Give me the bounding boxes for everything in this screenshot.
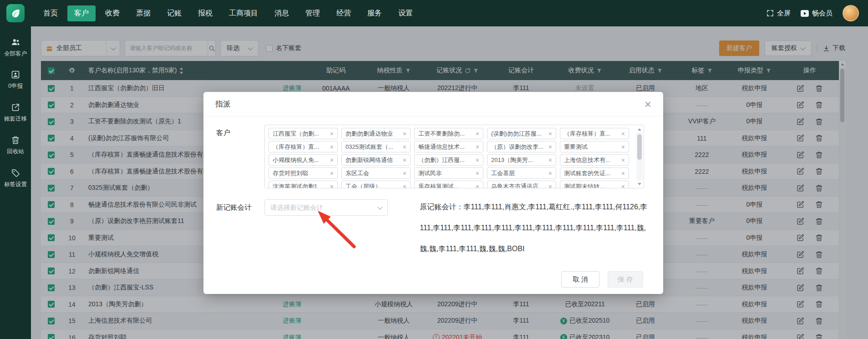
app-logo[interactable] <box>0 0 31 26</box>
customer-tag-label: 畅捷通信息技术... <box>418 143 465 151</box>
remove-tag-icon[interactable]: × <box>476 170 479 177</box>
customer-tag: 测试期末结转...× <box>560 181 629 188</box>
customer-field-label: 客户 <box>216 125 264 188</box>
top-navbar: 首页客户收费票据记账报税工商项目消息管理经营服务设置 全屏 畅会员 <box>0 0 868 26</box>
remove-tag-icon[interactable]: × <box>403 143 406 151</box>
customer-tag: （库存核算）直...× <box>560 128 629 139</box>
customer-tag: 0325测试账套（...× <box>341 141 411 152</box>
customer-tag: 测试民非× <box>414 167 483 179</box>
remove-tag-icon[interactable]: × <box>621 183 625 189</box>
customer-tag: 工会（层级）× <box>341 181 411 188</box>
sidebar-item-label: 0申报 <box>8 82 23 90</box>
nav-item-10[interactable]: 经营 <box>330 5 358 21</box>
remove-tag-icon[interactable]: × <box>403 130 406 137</box>
customer-tag-label: 重要测试 <box>564 143 588 151</box>
remove-tag-icon[interactable]: × <box>476 130 479 137</box>
remove-tag-icon[interactable]: × <box>621 143 625 151</box>
cancel-button[interactable]: 取 消 <box>561 271 599 288</box>
customer-multiselect[interactable]: 江西服宝（勿删...×勿删勿删通达物业×工资不要删除勿...×(误删)勿勿江苏服… <box>264 125 644 188</box>
chevron-down-icon <box>378 204 383 209</box>
remove-tag-icon[interactable]: × <box>330 170 334 177</box>
customer-tag: 小规模纳税人免...× <box>269 154 338 166</box>
customer-tag-label: （库存核算）直... <box>273 143 319 151</box>
remove-tag-icon[interactable]: × <box>403 157 406 164</box>
remove-tag-icon[interactable]: × <box>548 170 552 177</box>
nav-item-5[interactable]: 记账 <box>160 5 188 21</box>
customer-tag: 东区工会× <box>341 167 411 179</box>
remove-tag-icon[interactable]: × <box>548 130 552 137</box>
nav-item-4[interactable]: 票据 <box>129 5 157 21</box>
remove-tag-icon[interactable]: × <box>621 157 625 164</box>
customer-tag: 上海信息技术有...× <box>560 154 629 166</box>
leaf-logo-icon <box>10 8 21 19</box>
customer-tag: 乌鲁木齐市通讯店× <box>487 181 556 188</box>
remove-tag-icon[interactable]: × <box>621 170 625 177</box>
customer-tag-label: （勿删）江西服... <box>418 156 465 164</box>
customer-tag: （勿删）江西服...× <box>414 154 483 166</box>
migrate-icon <box>11 103 20 112</box>
close-icon[interactable]: × <box>645 98 651 110</box>
dialog-title: 指派 <box>215 99 231 109</box>
customer-tag: 工资不要删除勿...× <box>414 128 483 139</box>
customer-tag-label: 2013（陶美芳... <box>491 156 533 164</box>
customer-tag-label: 勿删勿删通达物业 <box>345 130 393 138</box>
member-label: 畅会员 <box>812 9 832 18</box>
remove-tag-icon[interactable]: × <box>330 157 334 164</box>
remove-tag-icon[interactable]: × <box>330 130 334 137</box>
remove-tag-icon[interactable]: × <box>403 183 406 189</box>
customer-tag: 2013（陶美芳...× <box>487 154 556 166</box>
customer-tag-label: 工会基层 <box>491 169 515 177</box>
tagbox-scrollbar[interactable] <box>636 126 643 187</box>
customer-tag: 测试账套的凭证...× <box>560 167 629 179</box>
scroll-down-icon[interactable] <box>636 181 643 187</box>
remove-tag-icon[interactable]: × <box>330 143 334 151</box>
play-member-icon <box>801 10 809 17</box>
tag-settings-icon <box>11 168 20 177</box>
remove-tag-icon[interactable]: × <box>330 183 334 189</box>
sidebar-item-4[interactable]: 回收站 <box>0 129 31 162</box>
nav-item-1[interactable]: 首页 <box>36 5 65 21</box>
customer-tag-label: 测试民非 <box>418 169 442 177</box>
nav-item-3[interactable]: 收费 <box>98 5 127 21</box>
customer-tag: 重要测试× <box>560 141 629 152</box>
scrollbar-thumb[interactable] <box>637 134 642 160</box>
customer-tag-label: 小规模纳税人免... <box>273 156 319 164</box>
nav-item-2[interactable]: 客户 <box>67 5 96 21</box>
customer-tag-label: 存货对照刘聪 <box>273 169 308 177</box>
customer-tag: 库存核算测试...× <box>414 181 483 188</box>
remove-tag-icon[interactable]: × <box>548 157 552 164</box>
remove-tag-icon[interactable]: × <box>476 143 479 151</box>
fullscreen-button[interactable]: 全屏 <box>766 9 791 18</box>
nav-item-8[interactable]: 消息 <box>268 5 296 21</box>
sidebar-item-label: 全部客户 <box>4 50 27 58</box>
customer-tag: 存货对照刘聪× <box>269 167 338 179</box>
nav-item-7[interactable]: 工商项目 <box>222 5 265 21</box>
remove-tag-icon[interactable]: × <box>403 170 406 177</box>
remove-tag-icon[interactable]: × <box>476 157 479 164</box>
member-button[interactable]: 畅会员 <box>801 9 832 18</box>
sidebar-item-2[interactable]: 0申报 <box>0 64 31 96</box>
customer-tag-label: 上海信息技术有... <box>564 156 610 164</box>
sidebar-item-label: 回收站 <box>7 148 24 156</box>
customer-tag-label: 江西服宝（勿删... <box>273 130 319 138</box>
customer-tag-label: 库存核算测试... <box>418 182 459 189</box>
remove-tag-icon[interactable]: × <box>476 183 479 189</box>
remove-tag-icon[interactable]: × <box>621 130 625 137</box>
customer-tag-label: 0325测试账套（... <box>345 143 393 151</box>
sidebar-item-3[interactable]: 账套迁移 <box>0 96 31 129</box>
customer-tag-label: 测试期末结转... <box>564 182 604 189</box>
customer-tag-label: 沈海英测试勿删1 <box>273 182 317 189</box>
remove-tag-icon[interactable]: × <box>548 143 552 151</box>
dialog-header: 指派 × <box>203 92 663 116</box>
customer-tag: （库存核算）直...× <box>269 141 338 152</box>
sidebar-item-5[interactable]: 标签设置 <box>0 162 31 195</box>
remove-tag-icon[interactable]: × <box>548 183 552 189</box>
nav-item-11[interactable]: 服务 <box>360 5 389 21</box>
nav-item-9[interactable]: 管理 <box>299 5 327 21</box>
scroll-up-icon[interactable] <box>636 126 643 132</box>
save-button[interactable]: 保 存 <box>608 271 643 288</box>
sidebar-item-1[interactable]: 全部客户 <box>0 31 31 64</box>
user-avatar[interactable] <box>843 5 859 21</box>
nav-item-6[interactable]: 报税 <box>191 5 219 21</box>
nav-item-12[interactable]: 设置 <box>391 5 420 21</box>
